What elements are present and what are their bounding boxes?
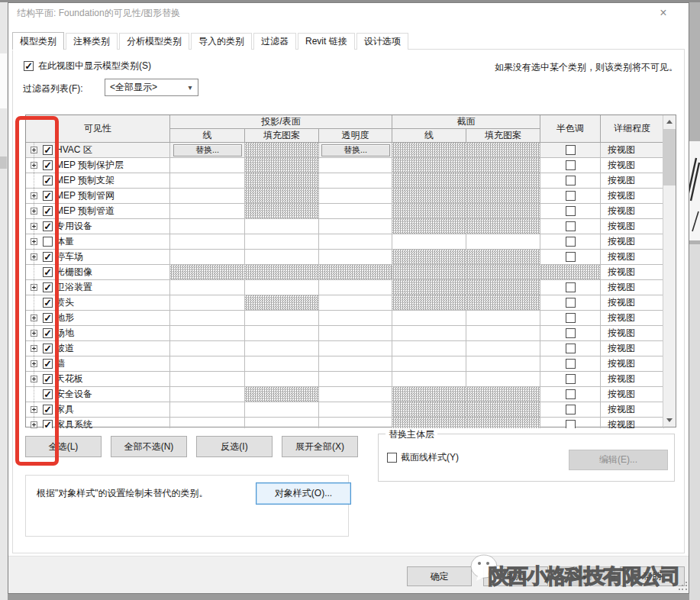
section-line-cell[interactable] <box>392 356 466 372</box>
projection-line-cell[interactable] <box>170 189 245 204</box>
transparency-cell[interactable] <box>319 341 392 356</box>
halftone-cell[interactable] <box>540 341 601 356</box>
section-fill-cell[interactable] <box>466 311 540 326</box>
halftone-checkbox[interactable] <box>566 160 576 170</box>
projection-line-cell[interactable] <box>170 326 245 341</box>
tab-design-options[interactable]: 设计选项 <box>356 33 408 50</box>
tab-analytical-model-categories[interactable]: 分析模型类别 <box>119 33 189 50</box>
tab-annotation-categories[interactable]: 注释类别 <box>66 33 118 50</box>
transparency-cell[interactable] <box>319 189 392 204</box>
resize-grip[interactable] <box>679 582 688 591</box>
tab-revit-links[interactable]: Revit 链接 <box>298 33 355 50</box>
projection-fill-cell[interactable] <box>245 250 319 265</box>
table-row[interactable]: MEP 预制管网按视图 <box>26 189 664 204</box>
detail-level-value[interactable]: 按视图 <box>601 189 664 204</box>
transparency-cell[interactable] <box>319 326 392 341</box>
projection-line-cell[interactable] <box>170 402 245 418</box>
cut-line-styles-checkbox[interactable] <box>387 453 397 463</box>
projection-line-cell[interactable] <box>170 173 245 189</box>
table-row[interactable]: 家具按视图 <box>26 402 664 418</box>
table-row[interactable]: 喷头按视图 <box>26 295 664 311</box>
halftone-cell[interactable] <box>540 219 601 234</box>
object-styles-button[interactable]: 对象样式(O)... <box>256 482 351 505</box>
expand-all-button[interactable]: 展开全部(X) <box>282 436 358 457</box>
table-row[interactable]: 体量按视图 <box>26 234 664 250</box>
halftone-cell[interactable] <box>540 326 601 341</box>
projection-line-cell[interactable] <box>170 311 245 326</box>
halftone-checkbox[interactable] <box>566 191 576 201</box>
table-scrollbar[interactable] <box>663 115 676 427</box>
projection-line-cell[interactable] <box>170 234 245 250</box>
transparency-cell[interactable] <box>319 158 392 173</box>
scrollbar-thumb[interactable] <box>663 129 676 185</box>
halftone-checkbox[interactable] <box>566 374 576 384</box>
section-line-cell[interactable] <box>392 311 466 326</box>
table-row[interactable]: 卫浴装置按视图 <box>26 280 664 295</box>
halftone-cell[interactable] <box>540 189 601 204</box>
projection-line-cell[interactable] <box>170 418 245 428</box>
halftone-cell[interactable] <box>540 173 601 189</box>
override-button[interactable]: 替换... <box>173 144 242 156</box>
detail-level-value[interactable]: 按视图 <box>601 356 664 372</box>
table-row[interactable]: MEP 预制管道按视图 <box>26 204 664 219</box>
table-row[interactable]: 坡道按视图 <box>26 341 664 356</box>
detail-level-value[interactable]: 按视图 <box>601 250 664 265</box>
tab-imported-categories[interactable]: 导入的类别 <box>191 33 252 50</box>
table-row[interactable]: 家具系统按视图 <box>26 418 664 428</box>
halftone-checkbox[interactable] <box>566 328 576 338</box>
transparency-cell[interactable] <box>319 402 392 418</box>
table-row[interactable]: 光栅图像按视图 <box>26 265 664 280</box>
detail-level-value[interactable]: 按视图 <box>601 143 664 158</box>
halftone-checkbox[interactable] <box>566 145 576 155</box>
transparency-cell[interactable] <box>319 234 392 250</box>
table-row[interactable]: 专用设备按视图 <box>26 219 664 234</box>
projection-line-cell[interactable] <box>170 280 245 295</box>
section-fill-cell[interactable] <box>466 341 540 356</box>
transparency-cell[interactable] <box>319 372 392 387</box>
halftone-cell[interactable] <box>540 295 601 311</box>
transparency-cell[interactable] <box>319 280 392 295</box>
halftone-checkbox[interactable] <box>566 389 576 399</box>
projection-fill-cell[interactable] <box>245 418 319 428</box>
projection-fill-cell[interactable] <box>245 341 319 356</box>
halftone-cell[interactable] <box>540 143 601 158</box>
section-fill-cell[interactable] <box>466 326 540 341</box>
halftone-checkbox[interactable] <box>566 206 576 216</box>
detail-level-value[interactable]: 按视图 <box>601 326 664 341</box>
table-row[interactable]: MEP 预制保护层按视图 <box>26 158 664 173</box>
halftone-cell[interactable] <box>540 418 601 428</box>
projection-line-cell[interactable] <box>170 372 245 387</box>
halftone-cell[interactable] <box>540 372 601 387</box>
halftone-cell[interactable] <box>540 250 601 265</box>
select-none-button[interactable]: 全部不选(N) <box>111 436 187 457</box>
table-row[interactable]: 场地按视图 <box>26 326 664 341</box>
detail-level-value[interactable]: 按视图 <box>601 387 664 402</box>
halftone-checkbox[interactable] <box>566 420 576 428</box>
transparency-cell[interactable] <box>319 356 392 372</box>
projection-line-cell[interactable] <box>170 204 245 219</box>
section-line-cell[interactable] <box>392 372 466 387</box>
transparency-cell[interactable] <box>319 387 392 402</box>
halftone-cell[interactable] <box>540 234 601 250</box>
ok-button[interactable]: 确定 <box>407 566 472 586</box>
projection-line-cell[interactable] <box>170 295 245 311</box>
halftone-checkbox[interactable] <box>566 252 576 262</box>
projection-line-cell[interactable]: 替换... <box>170 143 245 158</box>
section-fill-cell[interactable] <box>466 372 540 387</box>
table-row[interactable]: 安全设备按视图 <box>26 387 664 402</box>
detail-level-value[interactable]: 按视图 <box>601 265 664 280</box>
transparency-cell[interactable] <box>319 418 392 428</box>
section-fill-cell[interactable] <box>466 234 540 250</box>
table-row[interactable]: 地形按视图 <box>26 311 664 326</box>
tab-filters[interactable]: 过滤器 <box>253 33 296 50</box>
detail-level-value[interactable]: 按视图 <box>601 219 664 234</box>
transparency-cell[interactable] <box>319 311 392 326</box>
halftone-checkbox[interactable] <box>566 405 576 415</box>
halftone-cell[interactable] <box>540 402 601 418</box>
projection-line-cell[interactable] <box>170 250 245 265</box>
section-line-cell[interactable] <box>392 234 466 250</box>
detail-level-value[interactable]: 按视图 <box>601 341 664 356</box>
override-button[interactable]: 替换... <box>321 144 390 156</box>
transparency-cell[interactable] <box>319 173 392 189</box>
detail-level-value[interactable]: 按视图 <box>601 372 664 387</box>
